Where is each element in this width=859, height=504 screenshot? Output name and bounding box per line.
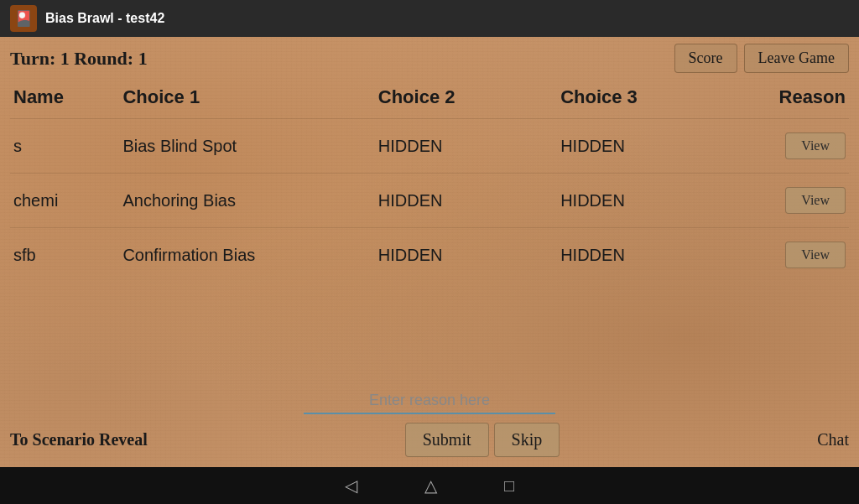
bottom-section: To Scenario Reveal Submit Skip Chat (0, 382, 859, 467)
row-1-choice3: HIDDEN (557, 119, 739, 174)
header-name: Name (10, 80, 119, 119)
home-icon[interactable]: △ (424, 475, 437, 496)
header-choice2: Choice 2 (375, 80, 557, 119)
table-row: sfb Confirmation Bias HIDDEN HIDDEN View (10, 228, 849, 283)
view-button-2[interactable]: View (785, 187, 846, 214)
header-choice3: Choice 3 (557, 80, 739, 119)
game-area: Turn: 1 Round: 1 Score Leave Game Name C… (0, 37, 859, 467)
leave-game-button[interactable]: Leave Game (744, 44, 849, 73)
middle-buttons: Submit Skip (405, 423, 560, 457)
skip-button[interactable]: Skip (494, 423, 560, 457)
table-container: Name Choice 1 Choice 2 Choice 3 Reason s… (0, 80, 859, 382)
row-2-name: chemi (10, 174, 119, 228)
header-choice1: Choice 1 (119, 80, 374, 119)
row-1-name: s (10, 119, 119, 174)
reason-input[interactable] (304, 388, 555, 414)
recent-apps-icon[interactable]: □ (504, 476, 514, 496)
score-button[interactable]: Score (674, 44, 737, 73)
scenario-reveal-button[interactable]: To Scenario Reveal (10, 430, 148, 449)
row-2-choice3: HIDDEN (557, 174, 739, 228)
chat-button[interactable]: Chat (817, 430, 849, 449)
header-reason: Reason (740, 80, 849, 119)
game-table: Name Choice 1 Choice 2 Choice 3 Reason s… (10, 80, 849, 282)
submit-button[interactable]: Submit (405, 423, 489, 457)
table-body: s Bias Blind Spot HIDDEN HIDDEN View che… (10, 119, 849, 283)
top-buttons: Score Leave Game (674, 44, 849, 73)
row-2-choice2: HIDDEN (375, 174, 557, 228)
row-1-reason-cell: View (740, 119, 849, 174)
row-1-choice2: HIDDEN (375, 119, 557, 174)
row-3-choice3: HIDDEN (557, 228, 739, 283)
title-bar: 🎴 Bias Brawl - test42 (0, 0, 859, 37)
bottom-actions: To Scenario Reveal Submit Skip Chat (10, 419, 849, 460)
top-controls: Turn: 1 Round: 1 Score Leave Game (0, 37, 859, 80)
row-3-reason-cell: View (740, 228, 849, 283)
nav-bar: ◁ △ □ (0, 467, 859, 504)
table-row: chemi Anchoring Bias HIDDEN HIDDEN View (10, 174, 849, 228)
row-3-choice1: Confirmation Bias (119, 228, 374, 283)
row-2-reason-cell: View (740, 174, 849, 228)
reason-input-wrapper (304, 388, 555, 414)
table-row: s Bias Blind Spot HIDDEN HIDDEN View (10, 119, 849, 174)
view-button-3[interactable]: View (785, 242, 846, 268)
turn-info: Turn: 1 Round: 1 (10, 48, 148, 70)
app-icon: 🎴 (10, 5, 37, 32)
row-3-choice2: HIDDEN (375, 228, 557, 283)
view-button-1[interactable]: View (785, 132, 846, 159)
row-3-name: sfb (10, 228, 119, 283)
row-1-choice1: Bias Blind Spot (119, 119, 374, 174)
app-title: Bias Brawl - test42 (45, 11, 164, 26)
row-2-choice1: Anchoring Bias (119, 174, 374, 228)
back-icon[interactable]: ◁ (345, 475, 357, 496)
